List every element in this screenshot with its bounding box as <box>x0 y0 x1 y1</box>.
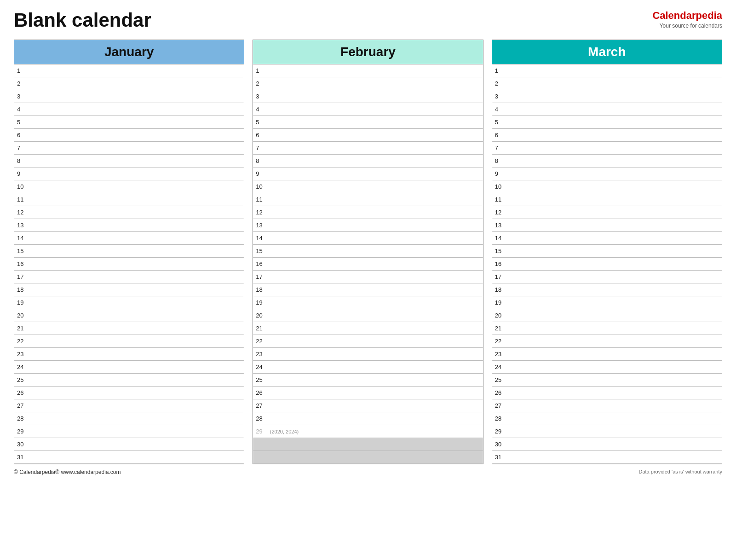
day-number: 17 <box>492 271 504 283</box>
day-number: 14 <box>492 232 504 245</box>
day-content <box>26 64 244 77</box>
table-row: 4 <box>492 103 722 116</box>
day-number: 25 <box>14 374 26 387</box>
table-row: 1 <box>14 64 244 77</box>
table-row: 2 <box>492 77 722 90</box>
day-content <box>265 167 483 180</box>
day-content <box>504 296 722 309</box>
day-content <box>265 219 483 232</box>
table-row: 20 <box>14 309 244 322</box>
day-content <box>26 387 244 399</box>
table-row: 11 <box>14 193 244 206</box>
brand-name-part1: Calendar <box>652 10 696 21</box>
day-number: 6 <box>253 129 265 142</box>
page-header: Blank calendar Calendarpedia Your source… <box>14 9 722 31</box>
table-row: 21 <box>492 322 722 335</box>
day-number: 19 <box>14 296 26 309</box>
table-row: 20 <box>492 309 722 322</box>
brand-tagline: Your source for calendars <box>652 23 722 30</box>
table-row: 13 <box>14 219 244 232</box>
table-row: 1 <box>253 64 483 77</box>
day-content <box>26 129 244 142</box>
day-number: 31 <box>14 451 26 464</box>
day-number: 27 <box>14 399 26 412</box>
table-row: 28 <box>492 412 722 425</box>
day-content <box>265 90 483 103</box>
brand: Calendarpedia Your source for calendars <box>652 9 722 29</box>
day-content <box>504 90 722 103</box>
table-row: 21 <box>253 322 483 335</box>
table-row: 1 <box>492 64 722 77</box>
day-content <box>265 399 483 412</box>
day-number: 2 <box>492 77 504 90</box>
day-content <box>26 116 244 129</box>
table-row: 8 <box>253 155 483 167</box>
day-number: 20 <box>492 309 504 322</box>
day-content <box>265 374 483 387</box>
table-row: 30 <box>492 438 722 451</box>
day-content <box>504 103 722 116</box>
calendar-february: February 1234567891011121314151617181920… <box>253 40 483 464</box>
day-content <box>504 438 722 451</box>
day-content <box>265 232 483 245</box>
table-row: 29 <box>492 425 722 438</box>
table-row: 18 <box>253 283 483 296</box>
day-content <box>504 167 722 180</box>
day-number: 4 <box>253 103 265 116</box>
table-row: 10 <box>492 180 722 193</box>
table-row: 7 <box>14 142 244 155</box>
table-row: 30 <box>14 438 244 451</box>
day-content <box>265 283 483 296</box>
table-row: 23 <box>492 348 722 361</box>
day-content <box>265 142 483 155</box>
day-content <box>26 412 244 425</box>
table-row: 2 <box>253 77 483 90</box>
day-number: 3 <box>14 90 26 103</box>
day-number: 26 <box>253 387 265 399</box>
day-number: 22 <box>14 335 26 348</box>
table-row: 25 <box>14 374 244 387</box>
table-row: 4 <box>253 103 483 116</box>
table-row: 7 <box>492 142 722 155</box>
day-number: 24 <box>492 361 504 374</box>
day-number: 12 <box>14 206 26 219</box>
day-number: 18 <box>253 283 265 296</box>
day-number: 8 <box>492 155 504 167</box>
table-row: 18 <box>492 283 722 296</box>
table-row: 5 <box>14 116 244 129</box>
day-content <box>504 142 722 155</box>
day-content <box>504 374 722 387</box>
day-number: 16 <box>14 258 26 271</box>
day-content <box>26 258 244 271</box>
day-number: 28 <box>14 412 26 425</box>
day-number: 19 <box>492 296 504 309</box>
table-row: 31 <box>14 451 244 464</box>
table-row: 23 <box>253 348 483 361</box>
day-content <box>26 296 244 309</box>
day-number: 25 <box>492 374 504 387</box>
day-number: 4 <box>492 103 504 116</box>
day-content <box>26 193 244 206</box>
day-number: 26 <box>492 387 504 399</box>
day-content <box>26 348 244 361</box>
day-content <box>26 438 244 451</box>
day-content <box>26 206 244 219</box>
day-number: 12 <box>253 206 265 219</box>
day-number: 3 <box>492 90 504 103</box>
table-row: 21 <box>14 322 244 335</box>
table-row: 7 <box>253 142 483 155</box>
day-content <box>265 335 483 348</box>
day-number: 12 <box>492 206 504 219</box>
day-number: 8 <box>14 155 26 167</box>
table-row: 8 <box>14 155 244 167</box>
day-content <box>504 387 722 399</box>
table-row: 17 <box>492 271 722 283</box>
table-row: 25 <box>253 374 483 387</box>
day-content <box>265 271 483 283</box>
day-content <box>504 245 722 258</box>
day-number: 17 <box>253 271 265 283</box>
day-content <box>504 180 722 193</box>
day-number: 19 <box>253 296 265 309</box>
month-header-january: January <box>14 40 244 64</box>
day-content <box>504 322 722 335</box>
